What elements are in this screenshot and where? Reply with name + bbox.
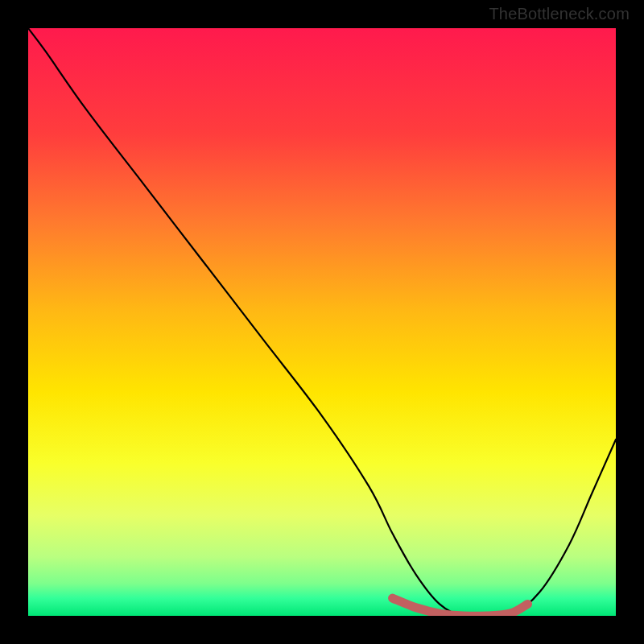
plot-area	[28, 28, 616, 616]
chart-stage: TheBottleneck.com	[0, 0, 644, 644]
bottleneck-curve	[28, 28, 616, 616]
optimal-segment	[393, 598, 528, 616]
watermark-text: TheBottleneck.com	[489, 5, 630, 23]
chart-svg	[28, 28, 616, 616]
